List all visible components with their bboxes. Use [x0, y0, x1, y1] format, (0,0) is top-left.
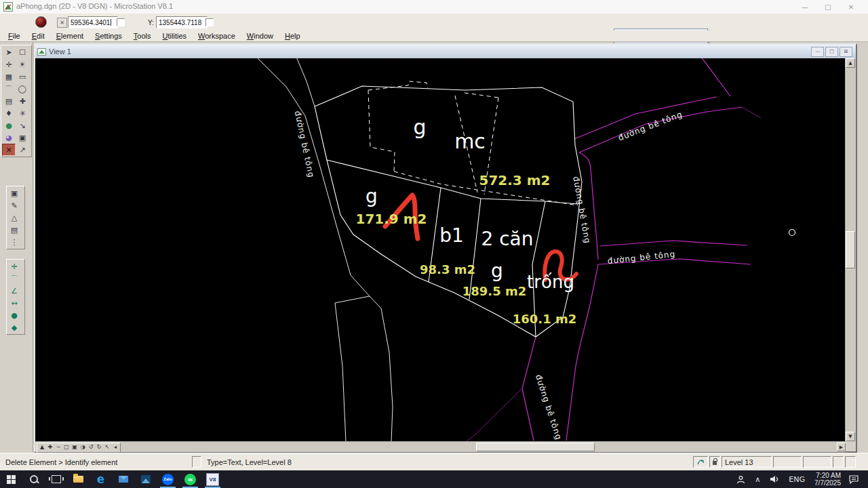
menu-window[interactable]: Window: [247, 32, 273, 40]
cell-tools-icon[interactable]: ▣: [16, 131, 29, 144]
fence-move-icon[interactable]: ↗: [16, 144, 29, 156]
more-tools-icon[interactable]: ⋮: [7, 236, 21, 248]
task-view-button[interactable]: [45, 470, 67, 488]
x-check[interactable]: [117, 18, 125, 26]
measure-angle2-icon[interactable]: ∠: [7, 285, 21, 297]
active-color-sphere-icon[interactable]: [35, 16, 47, 28]
pattern-icon[interactable]: ▦: [2, 70, 16, 83]
menu-help[interactable]: Help: [285, 32, 300, 40]
view-previous-icon[interactable]: ↻: [95, 443, 103, 451]
pan-view-icon[interactable]: ↺: [87, 443, 95, 451]
lock-segment[interactable]: [709, 456, 720, 468]
menu-element[interactable]: Element: [56, 32, 83, 40]
lock-icon: [713, 461, 717, 465]
horizontal-scrollbar[interactable]: ▲✚−□▣◑↺↻↖◂ ▶: [35, 441, 846, 452]
scroll-left-icon[interactable]: ◂: [111, 443, 119, 451]
clock-time: 7:20 AM: [814, 472, 841, 479]
view-minimize-button[interactable]: —: [811, 47, 824, 57]
menu-edit[interactable]: Edit: [32, 32, 45, 40]
zoom-in-icon[interactable]: ✚: [46, 443, 54, 451]
place-circle-icon[interactable]: ◯: [16, 83, 29, 95]
close-button[interactable]: ✕: [840, 0, 863, 14]
microstation-icon: V8: [206, 473, 219, 486]
measure-area-icon[interactable]: ●: [7, 309, 21, 321]
zoom-out-icon[interactable]: −: [54, 443, 62, 451]
cells-icon[interactable]: ▤: [2, 95, 16, 107]
menu-tools[interactable]: Tools: [134, 32, 151, 40]
drawing-canvas[interactable]: g mc 572.3 m2 g 171.9 m2 b1 98.3 m2 2 că…: [35, 58, 846, 441]
view-restore-button[interactable]: □: [825, 47, 838, 57]
rotate-view-icon[interactable]: ◑: [79, 443, 87, 451]
fit-view-icon[interactable]: ▣: [71, 443, 79, 451]
language-indicator[interactable]: ENG: [789, 475, 805, 484]
secondary-toolbox-group: ▣✎△▤⋮: [6, 186, 25, 249]
measure-angle-icon[interactable]: △: [7, 211, 21, 224]
active-level: Level 13: [725, 458, 753, 466]
place-arc-icon[interactable]: ⌒: [2, 83, 16, 95]
view-titlebar[interactable]: View 1 — □ ⊠: [35, 45, 856, 58]
points-icon[interactable]: ✛: [2, 58, 16, 70]
spotify-button[interactable]: ≈: [179, 470, 201, 488]
snap-mode-segment[interactable]: [693, 456, 708, 468]
menu-settings[interactable]: Settings: [95, 32, 122, 40]
y-check[interactable]: [205, 18, 214, 26]
menu-file[interactable]: File: [8, 32, 20, 40]
change-attributes-icon[interactable]: ●: [2, 119, 16, 131]
fence-icon[interactable]: ☐: [16, 46, 29, 58]
vertical-scrollbar[interactable]: ▲ ▼: [845, 58, 856, 441]
view-close-button[interactable]: ⊠: [840, 47, 852, 57]
zalo-button[interactable]: Zalo: [157, 470, 179, 488]
volume-icon[interactable]: [770, 475, 779, 483]
scroll-up-icon[interactable]: ▲: [846, 58, 855, 68]
modify-icon[interactable]: ↘: [16, 119, 29, 131]
start-button[interactable]: [0, 470, 22, 488]
horizontal-scroll-thumb[interactable]: [476, 443, 595, 451]
edge-icon: e: [97, 472, 105, 486]
measure-length-icon[interactable]: ↔: [7, 297, 21, 309]
tags-icon[interactable]: ♦: [2, 107, 16, 119]
update-view-icon[interactable]: ▲: [38, 443, 46, 451]
clock[interactable]: 7:20 AM 7/7/2025: [814, 472, 841, 487]
dimension-icon[interactable]: ✳: [16, 107, 29, 119]
scroll-right-icon[interactable]: ▶: [837, 443, 846, 451]
microstation-taskbar-button[interactable]: V8: [201, 470, 224, 488]
measure-radius-icon[interactable]: ⌒: [7, 272, 21, 285]
active-level-segment[interactable]: Level 13: [722, 456, 772, 468]
sketch-icon[interactable]: ✎: [7, 199, 21, 211]
photos-button[interactable]: [134, 470, 157, 488]
scroll-down-icon[interactable]: ▼: [846, 432, 855, 441]
vertical-scroll-thumb[interactable]: [846, 231, 855, 268]
tray-expand-icon[interactable]: ∧: [755, 475, 760, 484]
notification-center-icon[interactable]: [849, 475, 859, 484]
edge-button[interactable]: e: [90, 470, 112, 488]
place-shape-icon[interactable]: ▭: [16, 70, 29, 83]
x-coordinate-input[interactable]: 595364.3401: [68, 16, 118, 28]
manipulate-icon[interactable]: ✚: [16, 95, 29, 107]
x-lock-icon[interactable]: ✕: [57, 18, 67, 28]
element-selection-icon[interactable]: ➤: [2, 46, 16, 58]
light-wand-icon[interactable]: ☀: [16, 58, 29, 70]
view-next-icon[interactable]: ↖: [103, 443, 111, 451]
menu-utilities[interactable]: Utilities: [163, 32, 186, 40]
y-coordinate-value: 1355443.7118: [159, 19, 201, 26]
delete-element-icon[interactable]: ✕: [2, 144, 16, 156]
x-coordinate-value: 595364.3401: [71, 19, 110, 26]
cell-matrix-icon[interactable]: ▤: [7, 224, 21, 236]
status-bar: Delete Element > Identify element Type=T…: [0, 453, 868, 471]
copy-view-icon[interactable]: ▣: [7, 187, 21, 199]
groups-icon[interactable]: ◕: [2, 131, 16, 144]
y-coordinate-input[interactable]: 1355443.7118: [156, 16, 208, 28]
task-view-icon: [52, 475, 61, 483]
window-area-icon[interactable]: □: [62, 443, 71, 451]
people-tray-icon[interactable]: [736, 475, 745, 484]
search-button[interactable]: [22, 470, 45, 488]
parcel-label: mc: [454, 129, 486, 153]
measure-volume-icon[interactable]: ◆: [7, 321, 21, 333]
mail-button[interactable]: [112, 470, 134, 488]
minimize-button[interactable]: —: [793, 0, 816, 14]
maximize-button[interactable]: □: [816, 0, 840, 14]
measure-distance-icon[interactable]: ✛: [7, 260, 21, 272]
menu-workspace[interactable]: Workspace: [198, 32, 235, 40]
file-explorer-button[interactable]: [67, 470, 90, 488]
status-segment: [773, 456, 802, 468]
